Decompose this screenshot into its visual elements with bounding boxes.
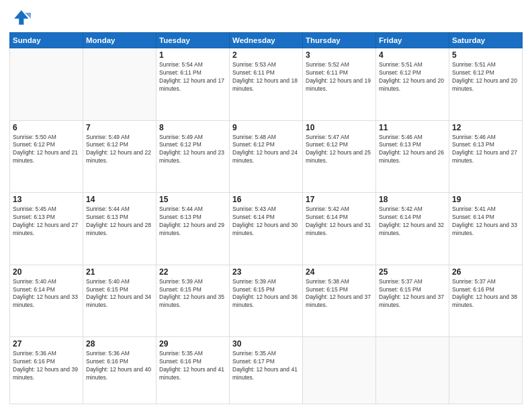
day-number: 6 bbox=[13, 123, 80, 132]
logo bbox=[9, 7, 34, 28]
day-cell: 16Sunrise: 5:43 AM Sunset: 6:14 PM Dayli… bbox=[230, 193, 303, 265]
day-detail: Sunrise: 5:45 AM Sunset: 6:13 PM Dayligh… bbox=[13, 205, 80, 238]
day-cell: 7Sunrise: 5:49 AM Sunset: 6:12 PM Daylig… bbox=[83, 120, 157, 193]
col-header-monday: Monday bbox=[83, 33, 157, 48]
day-cell: 27Sunrise: 5:36 AM Sunset: 6:16 PM Dayli… bbox=[10, 337, 83, 404]
day-number: 5 bbox=[452, 50, 519, 60]
col-header-wednesday: Wednesday bbox=[230, 33, 303, 48]
day-detail: Sunrise: 5:39 AM Sunset: 6:15 PM Dayligh… bbox=[159, 278, 226, 310]
day-number: 25 bbox=[379, 267, 446, 277]
day-number: 14 bbox=[86, 195, 153, 204]
week-row-2: 13Sunrise: 5:45 AM Sunset: 6:13 PM Dayli… bbox=[10, 193, 523, 265]
day-number: 13 bbox=[13, 195, 80, 204]
day-detail: Sunrise: 5:51 AM Sunset: 6:12 PM Dayligh… bbox=[379, 61, 446, 93]
day-cell: 6Sunrise: 5:50 AM Sunset: 6:12 PM Daylig… bbox=[10, 120, 83, 193]
day-detail: Sunrise: 5:38 AM Sunset: 6:15 PM Dayligh… bbox=[306, 278, 373, 310]
day-detail: Sunrise: 5:35 AM Sunset: 6:17 PM Dayligh… bbox=[232, 350, 300, 382]
day-detail: Sunrise: 5:53 AM Sunset: 6:11 PM Dayligh… bbox=[232, 61, 300, 93]
day-detail: Sunrise: 5:46 AM Sunset: 6:13 PM Dayligh… bbox=[452, 134, 519, 166]
col-header-friday: Friday bbox=[376, 33, 449, 48]
day-number: 22 bbox=[159, 267, 226, 277]
day-number: 2 bbox=[232, 50, 300, 60]
day-cell: 28Sunrise: 5:36 AM Sunset: 6:16 PM Dayli… bbox=[83, 337, 157, 404]
day-detail: Sunrise: 5:36 AM Sunset: 6:16 PM Dayligh… bbox=[13, 350, 80, 382]
day-cell: 2Sunrise: 5:53 AM Sunset: 6:11 PM Daylig… bbox=[230, 48, 303, 121]
day-number: 4 bbox=[379, 50, 446, 60]
day-detail: Sunrise: 5:44 AM Sunset: 6:13 PM Dayligh… bbox=[159, 205, 226, 238]
day-cell: 9Sunrise: 5:48 AM Sunset: 6:12 PM Daylig… bbox=[230, 120, 303, 193]
day-detail: Sunrise: 5:49 AM Sunset: 6:12 PM Dayligh… bbox=[86, 134, 153, 166]
svg-marker-0 bbox=[14, 10, 28, 24]
day-cell: 30Sunrise: 5:35 AM Sunset: 6:17 PM Dayli… bbox=[230, 337, 303, 404]
day-number: 1 bbox=[159, 50, 226, 60]
day-detail: Sunrise: 5:51 AM Sunset: 6:12 PM Dayligh… bbox=[452, 61, 519, 93]
week-row-0: 1Sunrise: 5:54 AM Sunset: 6:11 PM Daylig… bbox=[10, 48, 523, 121]
day-cell: 4Sunrise: 5:51 AM Sunset: 6:12 PM Daylig… bbox=[376, 48, 449, 121]
day-cell: 21Sunrise: 5:40 AM Sunset: 6:15 PM Dayli… bbox=[83, 265, 157, 337]
day-cell: 10Sunrise: 5:47 AM Sunset: 6:12 PM Dayli… bbox=[303, 120, 376, 193]
day-number: 17 bbox=[306, 195, 373, 204]
day-detail: Sunrise: 5:47 AM Sunset: 6:12 PM Dayligh… bbox=[306, 134, 373, 166]
day-detail: Sunrise: 5:52 AM Sunset: 6:11 PM Dayligh… bbox=[306, 61, 373, 93]
day-cell: 8Sunrise: 5:49 AM Sunset: 6:12 PM Daylig… bbox=[157, 120, 230, 193]
day-cell: 11Sunrise: 5:46 AM Sunset: 6:13 PM Dayli… bbox=[376, 120, 449, 193]
col-header-saturday: Saturday bbox=[449, 33, 523, 48]
day-detail: Sunrise: 5:50 AM Sunset: 6:12 PM Dayligh… bbox=[13, 134, 80, 166]
day-detail: Sunrise: 5:42 AM Sunset: 6:14 PM Dayligh… bbox=[379, 205, 446, 238]
day-detail: Sunrise: 5:40 AM Sunset: 6:14 PM Dayligh… bbox=[13, 278, 80, 310]
col-header-thursday: Thursday bbox=[303, 33, 376, 48]
day-cell: 29Sunrise: 5:35 AM Sunset: 6:16 PM Dayli… bbox=[157, 337, 230, 404]
day-cell: 14Sunrise: 5:44 AM Sunset: 6:13 PM Dayli… bbox=[83, 193, 157, 265]
day-number: 9 bbox=[232, 123, 300, 132]
day-number: 10 bbox=[306, 123, 373, 132]
calendar-table: SundayMondayTuesdayWednesdayThursdayFrid… bbox=[9, 32, 523, 404]
day-number: 19 bbox=[452, 195, 519, 204]
day-number: 26 bbox=[452, 267, 519, 277]
week-row-4: 27Sunrise: 5:36 AM Sunset: 6:16 PM Dayli… bbox=[10, 337, 523, 404]
header bbox=[9, 7, 523, 28]
col-header-sunday: Sunday bbox=[10, 33, 83, 48]
day-detail: Sunrise: 5:41 AM Sunset: 6:14 PM Dayligh… bbox=[452, 205, 519, 238]
day-number: 21 bbox=[86, 267, 153, 277]
day-detail: Sunrise: 5:49 AM Sunset: 6:12 PM Dayligh… bbox=[159, 134, 226, 166]
day-cell: 13Sunrise: 5:45 AM Sunset: 6:13 PM Dayli… bbox=[10, 193, 83, 265]
day-detail: Sunrise: 5:40 AM Sunset: 6:15 PM Dayligh… bbox=[86, 278, 153, 310]
day-detail: Sunrise: 5:42 AM Sunset: 6:14 PM Dayligh… bbox=[306, 205, 373, 238]
day-cell: 5Sunrise: 5:51 AM Sunset: 6:12 PM Daylig… bbox=[449, 48, 523, 121]
day-cell bbox=[83, 48, 157, 121]
day-detail: Sunrise: 5:37 AM Sunset: 6:15 PM Dayligh… bbox=[379, 278, 446, 310]
day-number: 30 bbox=[232, 339, 300, 349]
day-number: 24 bbox=[306, 267, 373, 277]
day-number: 29 bbox=[159, 339, 226, 349]
day-detail: Sunrise: 5:43 AM Sunset: 6:14 PM Dayligh… bbox=[232, 205, 300, 238]
day-detail: Sunrise: 5:35 AM Sunset: 6:16 PM Dayligh… bbox=[159, 350, 226, 382]
day-cell: 19Sunrise: 5:41 AM Sunset: 6:14 PM Dayli… bbox=[449, 193, 523, 265]
day-cell: 18Sunrise: 5:42 AM Sunset: 6:14 PM Dayli… bbox=[376, 193, 449, 265]
day-number: 23 bbox=[232, 267, 300, 277]
day-number: 20 bbox=[13, 267, 80, 277]
day-detail: Sunrise: 5:48 AM Sunset: 6:12 PM Dayligh… bbox=[232, 134, 300, 166]
day-cell bbox=[376, 337, 449, 404]
day-number: 7 bbox=[86, 123, 153, 132]
day-cell bbox=[10, 48, 83, 121]
logo-icon bbox=[9, 7, 31, 28]
col-header-tuesday: Tuesday bbox=[157, 33, 230, 48]
day-cell: 12Sunrise: 5:46 AM Sunset: 6:13 PM Dayli… bbox=[449, 120, 523, 193]
day-number: 15 bbox=[159, 195, 226, 204]
day-number: 3 bbox=[306, 50, 373, 60]
day-detail: Sunrise: 5:37 AM Sunset: 6:16 PM Dayligh… bbox=[452, 278, 519, 310]
day-number: 8 bbox=[159, 123, 226, 132]
day-cell: 17Sunrise: 5:42 AM Sunset: 6:14 PM Dayli… bbox=[303, 193, 376, 265]
day-number: 27 bbox=[13, 339, 80, 349]
day-cell: 20Sunrise: 5:40 AM Sunset: 6:14 PM Dayli… bbox=[10, 265, 83, 337]
day-detail: Sunrise: 5:44 AM Sunset: 6:13 PM Dayligh… bbox=[86, 205, 153, 238]
day-cell: 22Sunrise: 5:39 AM Sunset: 6:15 PM Dayli… bbox=[157, 265, 230, 337]
header-row: SundayMondayTuesdayWednesdayThursdayFrid… bbox=[10, 33, 523, 48]
day-detail: Sunrise: 5:54 AM Sunset: 6:11 PM Dayligh… bbox=[159, 61, 226, 93]
page: SundayMondayTuesdayWednesdayThursdayFrid… bbox=[0, 0, 532, 411]
day-detail: Sunrise: 5:36 AM Sunset: 6:16 PM Dayligh… bbox=[86, 350, 153, 382]
day-cell: 24Sunrise: 5:38 AM Sunset: 6:15 PM Dayli… bbox=[303, 265, 376, 337]
week-row-3: 20Sunrise: 5:40 AM Sunset: 6:14 PM Dayli… bbox=[10, 265, 523, 337]
day-cell: 23Sunrise: 5:39 AM Sunset: 6:15 PM Dayli… bbox=[230, 265, 303, 337]
day-cell bbox=[449, 337, 523, 404]
